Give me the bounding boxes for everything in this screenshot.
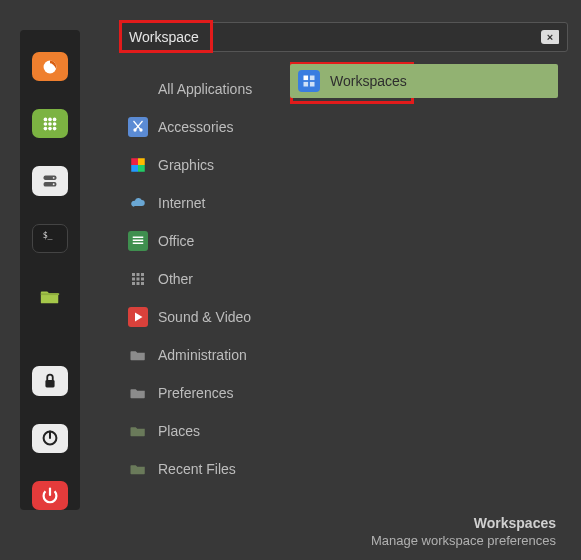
logout-icon[interactable] [32, 424, 68, 453]
category-all-applications[interactable]: All Applications [128, 70, 276, 108]
workspaces-icon [298, 70, 320, 92]
svg-point-3 [53, 117, 57, 121]
svg-rect-27 [137, 273, 140, 276]
svg-point-6 [53, 122, 57, 126]
play-icon [128, 307, 148, 327]
category-label: Sound & Video [158, 309, 251, 325]
footer-subtitle: Manage workspace preferences [371, 533, 556, 548]
svg-rect-15 [45, 380, 54, 387]
category-graphics[interactable]: Graphics [128, 146, 276, 184]
svg-rect-23 [133, 237, 144, 239]
category-label: Accessories [158, 119, 233, 135]
clear-search-icon[interactable]: × [541, 30, 559, 44]
folder-icon [128, 421, 148, 441]
svg-point-12 [53, 177, 55, 179]
folder-icon [128, 383, 148, 403]
category-sound-video[interactable]: Sound & Video [128, 298, 276, 336]
drives-icon[interactable] [32, 166, 68, 195]
search-field[interactable]: × [120, 22, 568, 52]
svg-point-4 [44, 122, 48, 126]
folder-icon [128, 459, 148, 479]
svg-rect-28 [141, 273, 144, 276]
svg-rect-21 [131, 165, 138, 172]
svg-text:$_: $_ [43, 230, 53, 240]
svg-rect-22 [138, 165, 145, 172]
category-label: Internet [158, 195, 205, 211]
svg-rect-34 [141, 282, 144, 285]
svg-rect-24 [133, 240, 144, 242]
svg-rect-25 [133, 243, 144, 245]
apps-grid-icon[interactable] [32, 109, 68, 138]
results-panel: Workspaces [290, 64, 558, 98]
svg-rect-33 [137, 282, 140, 285]
svg-rect-29 [132, 278, 135, 281]
svg-rect-32 [132, 282, 135, 285]
svg-rect-20 [138, 158, 145, 165]
svg-rect-26 [132, 273, 135, 276]
footer-title: Workspaces [371, 515, 556, 531]
category-office[interactable]: Office [128, 222, 276, 260]
svg-rect-19 [131, 158, 138, 165]
category-label: Recent Files [158, 461, 236, 477]
svg-rect-36 [304, 76, 309, 81]
svg-rect-39 [310, 82, 315, 87]
files-icon[interactable] [32, 281, 68, 310]
category-places[interactable]: Places [128, 412, 276, 450]
category-accessories[interactable]: Accessories [128, 108, 276, 146]
category-recent-files[interactable]: Recent Files [128, 450, 276, 488]
category-label: Preferences [158, 385, 233, 401]
svg-point-13 [53, 183, 55, 185]
palette-icon [128, 155, 148, 175]
status-footer: Workspaces Manage workspace preferences [371, 515, 556, 548]
search-input[interactable] [129, 29, 541, 45]
grid-icon [128, 269, 148, 289]
blank-icon [128, 79, 148, 99]
category-preferences[interactable]: Preferences [128, 374, 276, 412]
spreadsheet-icon [128, 231, 148, 251]
category-list: All Applications Accessories Graphics In… [128, 70, 276, 488]
firefox-icon[interactable] [32, 52, 68, 81]
svg-point-1 [44, 117, 48, 121]
svg-point-2 [48, 117, 52, 121]
svg-rect-30 [137, 278, 140, 281]
svg-rect-38 [304, 82, 309, 87]
svg-point-5 [48, 122, 52, 126]
svg-point-8 [48, 127, 52, 131]
svg-point-9 [53, 127, 57, 131]
result-label: Workspaces [330, 73, 407, 89]
category-label: Office [158, 233, 194, 249]
launcher-panel: $_ [20, 30, 80, 510]
category-other[interactable]: Other [128, 260, 276, 298]
category-label: Places [158, 423, 200, 439]
result-workspaces[interactable]: Workspaces [290, 64, 558, 98]
scissors-icon [128, 117, 148, 137]
category-label: Other [158, 271, 193, 287]
folder-icon [128, 345, 148, 365]
svg-rect-37 [310, 76, 315, 81]
svg-point-7 [44, 127, 48, 131]
category-internet[interactable]: Internet [128, 184, 276, 222]
lock-icon[interactable] [32, 366, 68, 395]
category-label: Administration [158, 347, 247, 363]
category-label: Graphics [158, 157, 214, 173]
category-administration[interactable]: Administration [128, 336, 276, 374]
svg-rect-31 [141, 278, 144, 281]
terminal-icon[interactable]: $_ [32, 224, 68, 254]
power-icon[interactable] [32, 481, 68, 510]
category-label: All Applications [158, 81, 252, 97]
cloud-icon [128, 193, 148, 213]
